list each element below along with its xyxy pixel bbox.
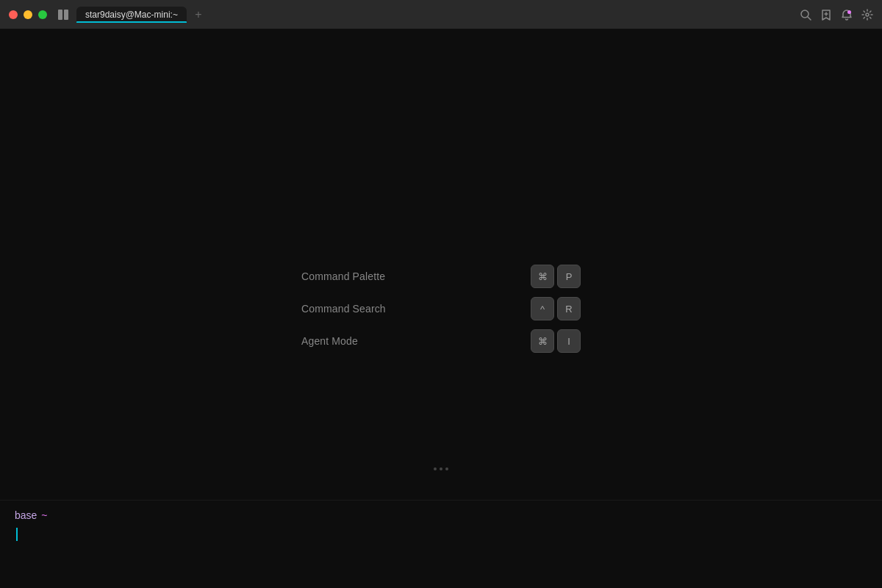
command-palette-shortcut: ⌘ P xyxy=(531,265,581,288)
active-tab[interactable]: star9daisy@Mac-mini:~ xyxy=(76,7,187,23)
terminal-cursor xyxy=(16,528,18,541)
tab-area: star9daisy@Mac-mini:~ + xyxy=(76,6,800,24)
command-menu: Command Palette ⌘ P Command Search ^ R A… xyxy=(301,262,581,356)
key-i: I xyxy=(557,329,581,353)
command-search-label: Command Search xyxy=(301,303,386,315)
agent-mode-label: Agent Mode xyxy=(301,335,358,347)
svg-line-3 xyxy=(808,17,811,20)
settings-icon[interactable] xyxy=(861,9,873,21)
key-r: R xyxy=(557,297,581,320)
dot-2 xyxy=(440,467,442,470)
agent-mode-item[interactable]: Agent Mode ⌘ I xyxy=(301,326,581,356)
agent-mode-shortcut: ⌘ I xyxy=(531,329,581,353)
dot-3 xyxy=(445,467,448,470)
svg-point-7 xyxy=(866,13,869,16)
dot-1 xyxy=(434,467,437,470)
svg-rect-0 xyxy=(58,10,62,20)
status-dots xyxy=(434,467,448,470)
titlebar: star9daisy@Mac-mini:~ + xyxy=(0,0,882,29)
command-search-item[interactable]: Command Search ^ R xyxy=(301,294,581,323)
terminal-main: Command Palette ⌘ P Command Search ^ R A… xyxy=(0,29,882,588)
prompt-base: base xyxy=(15,509,37,521)
key-ctrl: ^ xyxy=(531,297,554,320)
command-palette-item[interactable]: Command Palette ⌘ P xyxy=(301,262,581,291)
new-tab-button[interactable]: + xyxy=(190,6,207,24)
maximize-button[interactable] xyxy=(38,10,47,19)
bookmark-icon[interactable] xyxy=(820,9,832,21)
key-cmd-2: ⌘ xyxy=(531,329,554,353)
minimize-button[interactable] xyxy=(24,10,32,19)
search-icon[interactable] xyxy=(800,9,811,21)
tab-split-icon xyxy=(56,7,71,22)
prompt-tilde: ~ xyxy=(41,509,47,521)
prompt-line: base ~ xyxy=(15,509,867,521)
close-button[interactable] xyxy=(9,10,18,19)
tab-underline xyxy=(76,21,187,23)
svg-point-6 xyxy=(847,10,851,14)
titlebar-actions xyxy=(800,9,873,21)
command-search-shortcut: ^ R xyxy=(531,297,581,320)
command-palette-label: Command Palette xyxy=(301,270,385,282)
bell-icon[interactable] xyxy=(841,9,853,21)
svg-rect-1 xyxy=(64,10,68,20)
cursor-line[interactable] xyxy=(15,527,867,542)
terminal-content: Command Palette ⌘ P Command Search ^ R A… xyxy=(0,29,882,588)
tab-title: star9daisy@Mac-mini:~ xyxy=(85,10,178,20)
terminal-bottom: base ~ xyxy=(0,500,882,588)
traffic-lights xyxy=(9,10,47,19)
key-p: P xyxy=(557,265,581,288)
key-cmd: ⌘ xyxy=(531,265,554,288)
